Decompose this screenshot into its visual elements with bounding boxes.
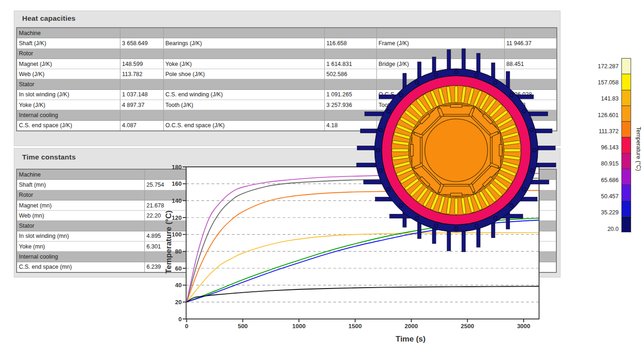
colorbar-segment [621, 153, 631, 169]
colorbar-segment [621, 184, 631, 201]
colorbar-value: 141.83 [568, 95, 619, 102]
svg-text:120: 120 [172, 214, 182, 221]
shaft [425, 119, 488, 182]
svg-text:3000: 3000 [517, 323, 531, 330]
colorbar-segment [621, 58, 631, 74]
colorbar-value: 96.143 [568, 144, 619, 151]
colorbar-value: 157.058 [568, 79, 619, 86]
colorbar-segment [621, 137, 631, 153]
svg-text:1500: 1500 [348, 323, 362, 330]
motor-cross-section [350, 44, 562, 256]
x-axis-label: Time (s) [396, 335, 426, 343]
colorbar-segment [621, 216, 631, 232]
svg-text:160: 160 [172, 180, 182, 187]
y-axis-label: Temperature (°C) [164, 211, 173, 274]
colorbar-value: 172.287 [568, 63, 619, 70]
svg-text:1000: 1000 [292, 323, 306, 330]
svg-text:2500: 2500 [461, 323, 474, 330]
svg-text:40: 40 [175, 282, 182, 289]
svg-text:0: 0 [185, 323, 188, 330]
svg-text:140: 140 [172, 197, 182, 204]
colorbar-value: 50.457 [568, 193, 619, 200]
colorbar-value: 111.372 [568, 128, 619, 135]
temperature-colorbar [621, 59, 631, 232]
colorbar-title: Temperature (°C) [635, 127, 642, 171]
colorbar-segment [621, 201, 631, 217]
colorbar-value: 126.601 [568, 112, 619, 118]
svg-text:2000: 2000 [405, 323, 418, 330]
colorbar-value: 80.915 [568, 160, 619, 167]
svg-text:60: 60 [175, 265, 182, 272]
colorbar-value: 35.229 [568, 209, 619, 216]
colorbar-value: 20.0 [568, 226, 619, 232]
svg-text:20: 20 [175, 299, 182, 306]
svg-text:100: 100 [172, 231, 182, 238]
svg-text:80: 80 [175, 248, 182, 255]
colorbar-segment [621, 121, 631, 137]
colorbar-segment [621, 106, 631, 122]
svg-text:500: 500 [238, 323, 248, 330]
colorbar-segment [621, 74, 631, 90]
colorbar-segment [621, 169, 631, 185]
colorbar-segment [621, 90, 631, 106]
colorbar-value: 65.686 [568, 177, 619, 183]
svg-text:0: 0 [179, 316, 182, 323]
svg-text:180: 180 [172, 164, 182, 171]
